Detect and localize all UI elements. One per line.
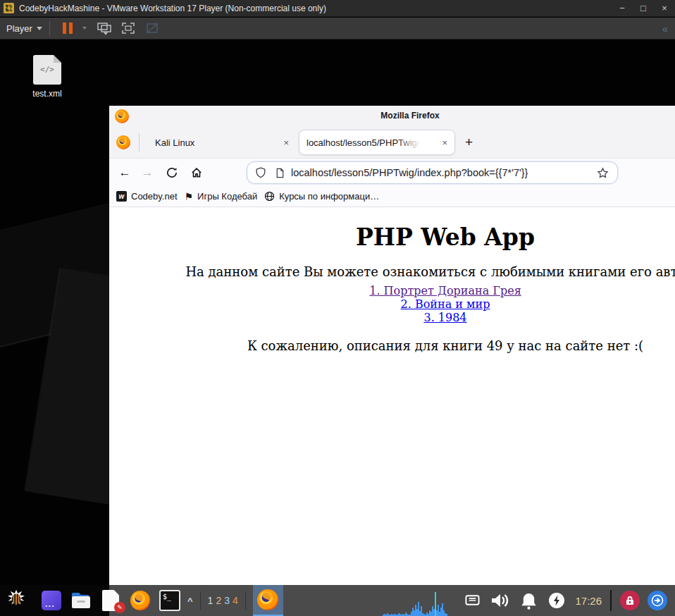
- url-bar[interactable]: localhost/lesson5/PHPTwig/index.php?book…: [247, 161, 618, 184]
- fullscreen-icon[interactable]: [120, 21, 136, 35]
- terminal-launcher-button[interactable]: $_: [159, 590, 180, 611]
- workspace-switcher[interactable]: 1 2 3 4: [208, 595, 238, 606]
- page-title: PHP Web App: [109, 223, 675, 251]
- tab-separator: [139, 133, 140, 152]
- tab-title: localhost/lesson5/PHPTwig/i: [306, 137, 421, 148]
- clock[interactable]: 17:26: [575, 595, 602, 607]
- workspace-3[interactable]: 3: [224, 595, 230, 606]
- tab-localhost-active[interactable]: localhost/lesson5/PHPTwig/i ×: [299, 130, 455, 155]
- app-launcher-icon: [42, 591, 61, 610]
- firefox-titlebar[interactable]: Mozilla Firefox: [109, 106, 675, 127]
- book-link-1[interactable]: 1. Портрет Дориана Грея: [109, 284, 675, 297]
- maximize-button[interactable]: □: [633, 0, 654, 16]
- workspace-4[interactable]: 4: [233, 595, 238, 606]
- firefox-window-title: Mozilla Firefox: [380, 111, 439, 121]
- folder-icon: [70, 591, 92, 610]
- toolbar-divider: [49, 21, 50, 35]
- tab-kali-linux[interactable]: Kali Linux ×: [148, 130, 296, 155]
- app-launcher-button[interactable]: [41, 590, 62, 611]
- power-manager-icon[interactable]: [548, 592, 565, 609]
- vmware-window-title: CodebyHackMashine - VMware Workstation 1…: [19, 4, 326, 13]
- new-tab-button[interactable]: +: [465, 135, 473, 150]
- kali-logo-icon: [4, 588, 29, 613]
- ctrl-alt-del-icon[interactable]: [97, 21, 112, 35]
- panel-divider: [200, 591, 201, 610]
- vm-screen: CodebyHackMashine - VMware Workstation 1…: [0, 0, 675, 616]
- tab-title: Kali Linux: [155, 137, 194, 148]
- forward-button: →: [136, 166, 159, 180]
- suspend-vm-button[interactable]: [63, 23, 73, 34]
- back-button[interactable]: ←: [113, 166, 136, 180]
- pencil-badge-icon: ✎: [114, 602, 125, 613]
- suspend-options-chevron-icon[interactable]: [82, 27, 87, 30]
- home-button[interactable]: [190, 166, 203, 179]
- close-button[interactable]: ×: [654, 0, 675, 16]
- workspace-1[interactable]: 1: [208, 595, 213, 606]
- firefox-launcher-button[interactable]: [130, 590, 151, 611]
- close-tab-icon[interactable]: ×: [283, 137, 289, 148]
- file-manager-button[interactable]: [70, 590, 92, 611]
- workspace-2[interactable]: 2: [216, 595, 221, 606]
- xml-file-icon: </>: [33, 55, 61, 85]
- tray-divider: [610, 590, 612, 611]
- bookmark-games[interactable]: ⚑ Игры Кодебай: [185, 191, 258, 202]
- system-tray: 17:26: [465, 585, 675, 616]
- panel-expand-chevron-icon[interactable]: ^: [187, 596, 193, 606]
- firefox-icon: [130, 591, 150, 610]
- volume-icon[interactable]: [490, 591, 509, 610]
- bookmark-star-icon[interactable]: [597, 167, 609, 179]
- text-editor-button[interactable]: ✎: [100, 590, 121, 611]
- taskbar-panel: ✎ $_ ^ 1 2 3 4: [0, 585, 675, 616]
- php-web-app-page: PHP Web App На данном сайте Вы можете оз…: [109, 223, 675, 352]
- player-menu[interactable]: Player: [6, 23, 42, 34]
- terminal-icon: $_: [159, 590, 180, 611]
- session-logout-button[interactable]: [648, 591, 667, 610]
- firefox-window-taskbar-button[interactable]: [253, 585, 283, 616]
- intro-text: На данном сайте Вы можете ознакомиться с…: [109, 265, 675, 278]
- codeby-favicon: w: [116, 191, 127, 202]
- bookmark-codeby[interactable]: w Codeby.net: [116, 191, 178, 202]
- firefox-view-button[interactable]: [116, 135, 130, 149]
- firefox-icon: [257, 589, 278, 610]
- bookmarks-toolbar: w Codeby.net ⚑ Игры Кодебай Курсы по инф…: [109, 186, 675, 207]
- firefox-view-icon: [116, 135, 130, 149]
- arrow-right-icon: [651, 594, 664, 607]
- not-found-message: К сожалению, описания для книги 49 у нас…: [109, 339, 675, 352]
- navigation-toolbar: ← → localhost/lesson5/PHPTwig/index.php?…: [109, 158, 675, 186]
- book-link-3[interactable]: 3. 1984: [109, 311, 675, 324]
- url-input[interactable]: localhost/lesson5/PHPTwig/index.php?book…: [291, 167, 597, 178]
- kali-menu-button[interactable]: [0, 585, 32, 616]
- tracking-protection-shield-icon[interactable]: [255, 167, 266, 178]
- desktop-file-label: test.xml: [24, 89, 70, 99]
- notifications-bell-icon[interactable]: [519, 591, 538, 610]
- collapse-toolbar-icon[interactable]: «: [662, 23, 667, 35]
- reload-button[interactable]: [166, 166, 178, 179]
- unity-mode-icon-disabled: [144, 21, 160, 35]
- minimize-button[interactable]: −: [612, 0, 633, 16]
- tab-bar: Kali Linux × localhost/lesson5/PHPTwig/i…: [109, 127, 675, 158]
- bookmark-courses[interactable]: Курсы по информаци…: [264, 191, 379, 202]
- firefox-logo-icon: [115, 109, 129, 123]
- panel-divider: [245, 591, 246, 610]
- book-link-2[interactable]: 2. Война и мир: [109, 297, 675, 311]
- firefox-window: Mozilla Firefox Kali Linux × localhost/l…: [109, 106, 675, 585]
- page-viewport: PHP Web App На данном сайте Вы можете оз…: [109, 207, 675, 584]
- vmware-toolbar: Player «: [0, 18, 675, 39]
- lock-screen-button[interactable]: [620, 591, 640, 610]
- network-graph[interactable]: [383, 589, 464, 616]
- page-info-icon[interactable]: [275, 168, 285, 178]
- chevron-down-icon: [37, 27, 42, 30]
- desktop-file-test-xml[interactable]: </> test.xml: [24, 55, 70, 99]
- padlock-icon: [625, 596, 635, 605]
- flag-icon: ⚑: [185, 191, 194, 202]
- vmware-titlebar: CodebyHackMashine - VMware Workstation 1…: [0, 0, 675, 17]
- globe-icon: [264, 191, 275, 202]
- vmware-logo-icon: [4, 3, 14, 13]
- close-tab-icon[interactable]: ×: [442, 137, 447, 148]
- display-tray-icon[interactable]: [465, 594, 480, 607]
